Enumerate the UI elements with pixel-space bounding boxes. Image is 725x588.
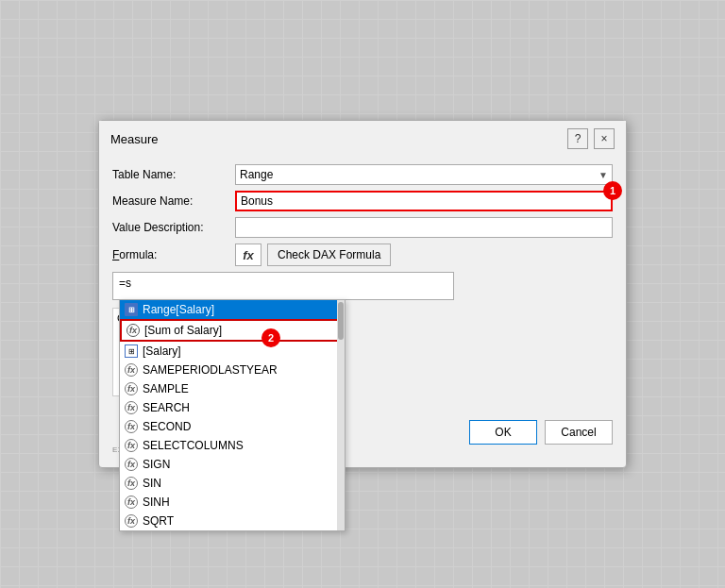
item-label: [Salary] xyxy=(143,344,181,358)
value-description-label: Value Description: xyxy=(112,221,235,234)
item-label: SIGN xyxy=(143,458,170,471)
dialog-body: Table Name: Range ▼ Measure Name: 1 Valu… xyxy=(99,155,626,467)
right-panel xyxy=(462,272,613,396)
dropdown-item[interactable]: fxSINH xyxy=(120,493,345,512)
item-icon: fx xyxy=(124,419,139,434)
item-icon: ⊞ xyxy=(124,344,139,359)
formula-editor-area[interactable]: =s 2 ⊞Range[Salary]fx[Sum of Salary]⊞[Sa… xyxy=(112,272,454,300)
fx-button[interactable]: fx xyxy=(235,244,261,266)
dropdown-item[interactable]: fxSEARCH xyxy=(120,398,345,417)
item-icon: fx xyxy=(124,457,139,472)
measure-dialog: Measure ? × Table Name: Range ▼ Measure … xyxy=(98,120,627,468)
dropdown-item[interactable]: fxSECOND xyxy=(120,417,345,436)
table-name-value: Range xyxy=(240,168,273,181)
item-icon: fx xyxy=(124,495,139,510)
table-name-select[interactable]: Range ▼ xyxy=(235,164,613,185)
measure-name-input[interactable] xyxy=(235,191,613,211)
dialog-title: Measure xyxy=(110,132,159,146)
help-button[interactable]: ? xyxy=(567,128,588,149)
dropdown-item[interactable]: ⊞Range[Salary] xyxy=(120,300,345,319)
dropdown-item[interactable]: fx[Sum of Salary] xyxy=(120,319,345,342)
dropdown-item[interactable]: ⊞[Salary] xyxy=(120,342,345,361)
item-label: SIN xyxy=(143,477,161,490)
dropdown-item[interactable]: fxSAMPLE xyxy=(120,379,345,398)
item-icon: ⊞ xyxy=(124,302,139,317)
item-label: SAMPLE xyxy=(143,382,189,395)
dropdown-item[interactable]: fxSIGN xyxy=(120,455,345,474)
measure-name-wrapper: 1 xyxy=(235,191,613,211)
item-icon: fx xyxy=(124,400,139,415)
autocomplete-dropdown: 2 ⊞Range[Salary]fx[Sum of Salary]⊞[Salar… xyxy=(119,299,346,531)
dropdown-arrow-icon: ▼ xyxy=(599,170,608,180)
item-label: SEARCH xyxy=(143,401,190,414)
cancel-button[interactable]: Cancel xyxy=(545,420,613,445)
badge-1: 1 xyxy=(603,181,622,200)
left-panel: =s 2 ⊞Range[Salary]fx[Sum of Salary]⊞[Sa… xyxy=(112,272,454,396)
main-content-area: =s 2 ⊞Range[Salary]fx[Sum of Salary]⊞[Sa… xyxy=(112,272,613,396)
footer-buttons: OK Cancel xyxy=(469,420,613,445)
item-label: SAMEPERIODLASTYEAR xyxy=(143,363,278,377)
dropdown-items: ⊞Range[Salary]fx[Sum of Salary]⊞[Salary]… xyxy=(120,300,345,530)
item-label: Range[Salary] xyxy=(143,303,214,316)
scroll-thumb xyxy=(338,302,344,340)
check-dax-button[interactable]: Check DAX Formula xyxy=(267,244,391,266)
dropdown-item[interactable]: fxSIN xyxy=(120,474,345,493)
item-icon: fx xyxy=(126,323,141,338)
close-button[interactable]: × xyxy=(594,128,615,149)
table-name-label: Table Name: xyxy=(112,168,235,181)
formula-text: =s xyxy=(113,273,453,299)
formula-label-text: Formula: xyxy=(112,248,157,261)
item-icon: fx xyxy=(124,476,139,491)
title-bar-actions: ? × xyxy=(567,128,615,149)
value-description-input[interactable] xyxy=(235,217,613,238)
item-icon: fx xyxy=(124,362,139,378)
item-icon: fx xyxy=(124,513,139,529)
item-icon: fx xyxy=(124,381,139,396)
formula-row: Formula: fx Check DAX Formula xyxy=(112,244,613,266)
item-label: SECOND xyxy=(143,420,191,433)
value-description-row: Value Description: xyxy=(112,217,613,238)
measure-name-label: Measure Name: xyxy=(112,194,235,208)
table-name-row: Table Name: Range ▼ xyxy=(112,164,613,185)
item-label: [Sum of Salary] xyxy=(144,324,222,337)
item-icon: fx xyxy=(124,438,139,453)
dropdown-item[interactable]: fxSELECTCOLUMNS xyxy=(120,436,345,455)
formula-label: Formula: xyxy=(112,248,235,261)
title-bar: Measure ? × xyxy=(99,121,626,155)
item-label: SQRT xyxy=(143,514,174,528)
ok-button[interactable]: OK xyxy=(469,420,537,445)
item-label: SINH xyxy=(143,496,170,509)
dropdown-item[interactable]: fxSAMEPERIODLASTYEAR xyxy=(120,361,345,379)
badge-2: 2 xyxy=(261,328,280,347)
scrollbar[interactable] xyxy=(337,300,345,530)
item-label: SELECTCOLUMNS xyxy=(143,439,244,452)
dropdown-item[interactable]: fxSQRT xyxy=(120,512,345,530)
measure-name-row: Measure Name: 1 xyxy=(112,191,613,211)
